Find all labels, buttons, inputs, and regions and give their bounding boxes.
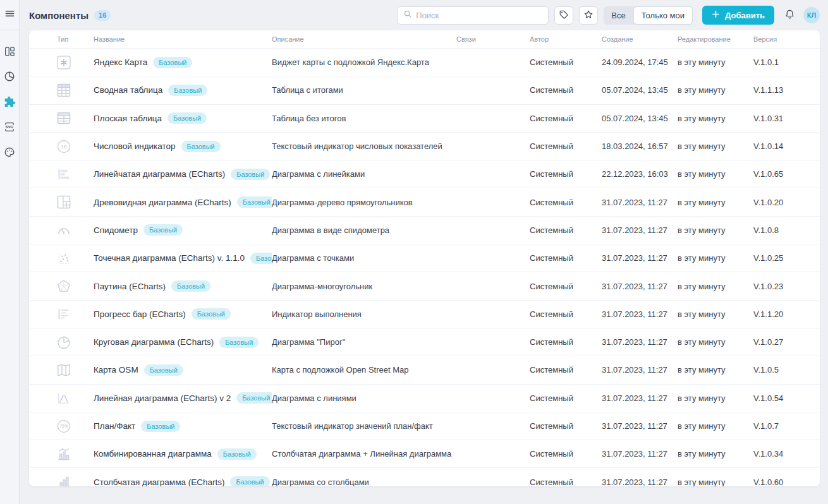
table-row[interactable]: Паутина (ECharts) Базовый Диаграмма-мног… <box>29 272 820 299</box>
svg-text:16: 16 <box>61 144 67 150</box>
component-created: 31.07.2023, 11:27 <box>602 421 678 431</box>
table-row[interactable]: Круговая диаграмма (ECharts) Базовый Диа… <box>29 328 820 356</box>
palette-icon <box>4 147 15 158</box>
component-author: Системный <box>530 365 602 375</box>
sidebar-item-components[interactable] <box>0 89 20 114</box>
table-row[interactable]: Древовидная диаграмма (ECharts) Базовый … <box>29 188 820 215</box>
component-version: V.1.0.54 <box>753 393 820 403</box>
flat-table-icon <box>56 110 72 126</box>
column-header-name: Название <box>94 35 272 43</box>
table-row[interactable]: Прогресс бар (ECharts) Базовый Индикатор… <box>29 300 820 328</box>
component-description: Диаграмма со столбцами <box>272 477 456 486</box>
component-author: Системный <box>530 141 602 151</box>
component-name: Комбинированная диаграмма <box>94 449 212 459</box>
component-version: V.1.0.8 <box>753 225 820 235</box>
component-created: 18.03.2024, 16:57 <box>602 141 678 151</box>
component-author: Системный <box>530 169 602 179</box>
pie-chart-icon <box>56 334 72 351</box>
component-name: Линейная диаграмма (ECharts) v 2 <box>94 393 231 403</box>
component-version: V.1.0.1 <box>753 57 820 67</box>
filter-only-mine-option[interactable]: Только мои <box>633 6 693 25</box>
component-description: Диаграмма с линиями <box>272 393 456 403</box>
component-edited: в эту минуту <box>678 253 753 263</box>
table-row[interactable]: Карта OSM Базовый Карта с подложкой Open… <box>29 356 820 383</box>
table-row[interactable]: Плоская таблица Базовый Таблица без итог… <box>29 104 820 132</box>
star-icon <box>583 9 594 21</box>
base-badge: Базовый <box>167 112 207 124</box>
component-author: Системный <box>530 282 602 291</box>
column-header-description: Описание <box>272 35 456 43</box>
table-row[interactable]: Спидометр Базовый Диаграмма в виде спидо… <box>29 216 820 244</box>
tags-filter-button[interactable] <box>554 6 573 25</box>
component-created: 05.07.2024, 13:45 <box>602 114 678 123</box>
table-row[interactable]: Точечная диаграмма (ECharts) v. 1.1.0 Ба… <box>29 244 820 272</box>
table-body: Яндекс Карта Базовый Виджет карты с подл… <box>29 48 820 486</box>
component-edited: в эту минуту <box>678 141 753 151</box>
notifications-button[interactable] <box>781 6 798 25</box>
component-edited: в эту минуту <box>678 477 753 486</box>
sidebar-item-themes[interactable] <box>0 140 20 165</box>
svg-text:SVG: SVG <box>6 125 14 129</box>
component-name: Сводная таблица <box>94 85 162 95</box>
component-created: 31.07.2023, 11:27 <box>602 309 678 319</box>
sidebar-item-svg-library[interactable]: SVG <box>0 114 20 140</box>
component-description: Диаграмма "Пирог" <box>272 337 456 347</box>
component-edited: в эту минуту <box>678 225 753 235</box>
add-component-label: Добавить <box>725 11 765 20</box>
sidebar-item-dashboards[interactable] <box>0 39 20 64</box>
component-version: V.1.0.27 <box>753 337 820 347</box>
component-description: Диаграмма с линейками <box>272 169 456 179</box>
base-badge: Базовый <box>144 364 183 376</box>
component-created: 31.07.2023, 11:27 <box>602 282 678 291</box>
page-title: Компоненты <box>29 10 88 21</box>
component-description: Текстовый индикатор числовых показателей <box>272 141 456 151</box>
add-component-button[interactable]: Добавить <box>702 6 774 25</box>
plan-fact-icon: 75% <box>56 418 72 435</box>
base-badge: Базовый <box>231 169 270 180</box>
base-badge: Базовый <box>230 476 269 486</box>
favorites-filter-button[interactable] <box>579 6 598 25</box>
line-chart-icon <box>56 390 72 406</box>
base-badge: Базовый <box>237 196 272 208</box>
table-row[interactable]: 75% План/Факт Базовый Текстовый индикато… <box>29 412 820 440</box>
column-header-links: Связи <box>456 35 530 43</box>
component-name: Спидометр <box>94 225 138 235</box>
component-created: 31.07.2023, 11:27 <box>602 337 678 347</box>
component-author: Системный <box>530 85 602 95</box>
avatar[interactable]: КЛ <box>803 7 820 23</box>
components-table: Тип Название Описание Связи Автор Создан… <box>29 30 820 486</box>
component-created: 05.07.2024, 13:45 <box>602 85 678 95</box>
component-version: V.1.0.65 <box>753 169 820 179</box>
component-edited: в эту минуту <box>678 421 753 431</box>
main-area: Компоненты 16 Все Тольк <box>20 0 828 504</box>
filter-all-option[interactable]: Все <box>604 6 633 25</box>
table-row[interactable]: Столбчатая диаграмма (ECharts) Базовый Д… <box>29 467 820 486</box>
component-created: 31.07.2023, 11:27 <box>602 225 678 235</box>
ownership-filter: Все Только мои <box>604 6 693 25</box>
table-row[interactable]: Линейная диаграмма (ECharts) v 2 Базовый… <box>29 384 820 412</box>
search-input[interactable] <box>416 11 542 20</box>
component-author: Системный <box>530 225 602 235</box>
component-name: Столбчатая диаграмма (ECharts) <box>94 477 224 486</box>
pivot-table-icon <box>56 82 72 99</box>
component-name: Карта OSM <box>94 365 138 375</box>
component-description: Диаграмма в виде спидометра <box>272 225 456 235</box>
sidebar-item-reports[interactable] <box>0 64 20 89</box>
component-created: 24.09.2024, 17:45 <box>602 57 678 67</box>
component-created: 31.07.2023, 11:27 <box>602 393 678 403</box>
table-row[interactable]: Сводная таблица Базовый Таблица с итогам… <box>29 76 820 104</box>
component-created: 31.07.2023, 11:27 <box>602 253 678 263</box>
base-badge: Базовый <box>236 392 272 404</box>
component-created: 31.07.2023, 11:27 <box>602 198 678 207</box>
table-header: Тип Название Описание Связи Автор Создан… <box>29 30 820 48</box>
number-indicator-icon: 16 <box>56 138 72 155</box>
topbar: Компоненты 16 Все Тольк <box>20 0 828 30</box>
hamburger-menu-button[interactable] <box>0 0 19 30</box>
table-row[interactable]: 16 Числовой индикатор Базовый Текстовый … <box>29 132 820 160</box>
table-row[interactable]: Комбинированная диаграмма Базовый Столбч… <box>29 440 820 467</box>
table-row[interactable]: Линейчатая диаграмма (ECharts) Базовый Д… <box>29 160 820 188</box>
component-edited: в эту минуту <box>678 114 753 123</box>
table-row[interactable]: Яндекс Карта Базовый Виджет карты с подл… <box>29 48 820 76</box>
plus-icon <box>712 10 720 20</box>
component-name: Паутина (ECharts) <box>94 282 166 291</box>
